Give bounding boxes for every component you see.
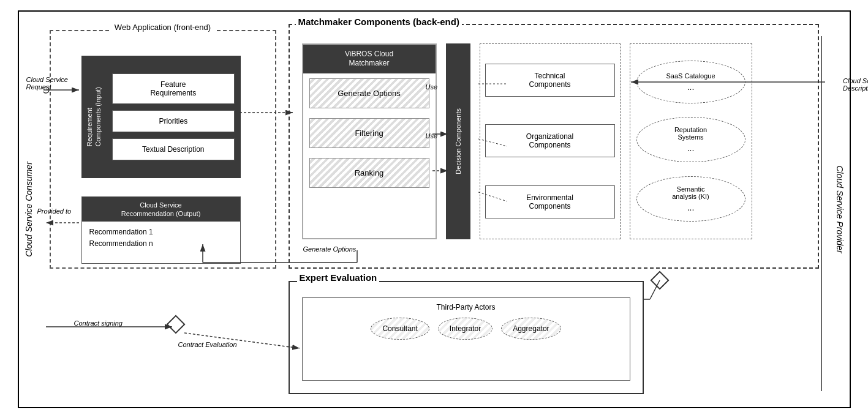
consultant-actor: Consultant [371,318,429,340]
aggregator-actor: Aggregator [501,318,560,340]
diagram-container: Cloud Service Consumer Cloud Service Pro… [18,10,851,408]
saas-dots: ... [687,82,695,92]
vibros-items: Generate Options Filtering Ranking [303,73,436,193]
consumer-label: Cloud Service Consumer [24,162,34,257]
expert-box: Expert Evaluation Third-Party Actors Con… [289,281,644,394]
generate-options-label: Generate Options [303,245,357,253]
contract-signing-label: Contract signing [74,319,123,327]
expert-title: Expert Evaluation [297,272,380,283]
semantic-dots: ... [687,203,695,212]
integrator-actor: Integrator [438,318,492,340]
decision-bar: Decision Components [446,43,470,239]
contract-evaluation-label: Contract Evaluation [178,341,237,348]
reputation-label: ReputationSystems [674,126,707,141]
req-priorities: Priorities [112,110,234,132]
matchmaker-box: Matchmaker Components (back-end) ViBROS … [289,24,819,269]
rec-item-1: Recommendation 1 [89,226,233,238]
web-app-box: Web Application (front-end) RequirementC… [50,30,276,269]
rec-content: Recommendation 1 Recommendation n [82,222,240,255]
components-area: TechnicalComponents OrganizationalCompon… [480,43,621,239]
org-components: OrganizationalComponents [485,124,615,157]
third-party-label: Third-Party Actors [436,303,495,312]
reputation-dots: ... [687,143,695,153]
rec-box: Cloud ServiceRecommendation (Output) Rec… [81,196,241,264]
main-area: Web Application (front-end) RequirementC… [43,18,825,401]
provided-to-label: Provided to [37,207,72,215]
env-components: EnvironmentalComponents [485,185,615,218]
req-textual: Textual Description [112,138,234,160]
vibros-box: ViBROS CloudMatchmaker Generate Options … [302,43,437,239]
req-box: RequirementComponents (Input) FeatureReq… [81,56,241,178]
rec-header: Cloud ServiceRecommendation (Output) [82,197,240,222]
use2-label: Use [426,132,438,140]
reputation-systems: ReputationSystems ... [636,117,745,162]
tech-components: TechnicalComponents [485,64,615,97]
use1-label: Use [426,83,438,91]
semantic-analysis: Semanticanalysis (KI) ... [636,176,745,222]
saas-catalogue: SaaS Catalogue ... [636,61,745,103]
req-items-area: FeatureRequirements Priorities Textual D… [106,66,240,168]
ext-area: SaaS Catalogue ... ReputationSystems ...… [630,43,752,239]
saas-catalogue-label: SaaS Catalogue [666,72,715,80]
semantic-label: Semanticanalysis (KI) [672,185,709,200]
diamond-connector [650,271,669,289]
rec-item-n: Recommendation n [89,238,233,250]
vibros-filtering: Filtering [309,118,429,148]
web-app-title: Web Application (front-end) [111,23,214,32]
cloud-service-desc-label: Cloud ServiceDescription [843,77,868,92]
cloud-service-request-label: Cloud ServiceRequest [26,76,68,91]
vibros-generate: Generate Options [309,78,429,108]
req-box-label: RequirementComponents (Input) [81,84,107,149]
provider-label: Cloud Service Provider [835,165,845,253]
matchmaker-title: Matchmaker Components (back-end) [296,17,462,27]
third-party-actors: Consultant Integrator Aggregator [371,318,560,340]
vibros-ranking: Ranking [309,158,429,188]
third-party-box: Third-Party Actors Consultant Integrator… [302,297,630,381]
contract-diamond [166,315,185,334]
req-feature: FeatureRequirements [112,73,234,104]
decision-label: Decision Components [455,108,462,174]
vibros-header: ViBROS CloudMatchmaker [303,45,436,73]
